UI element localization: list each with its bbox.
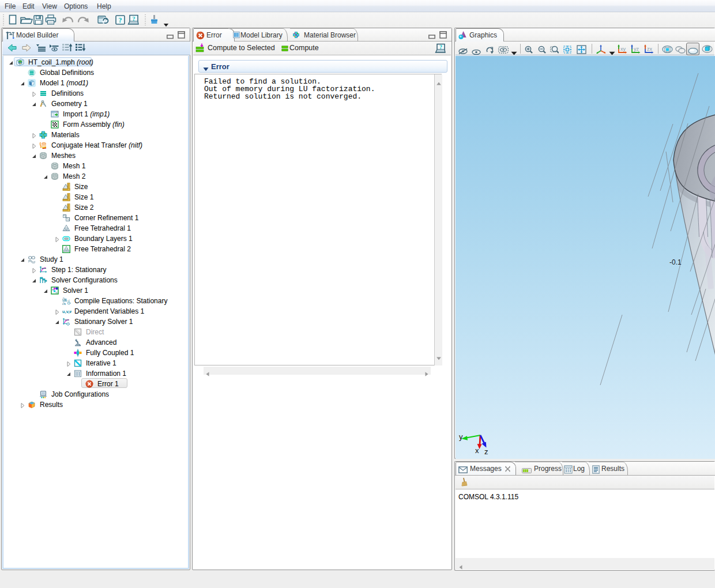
- svg-text:zx: zx: [647, 46, 653, 52]
- svg-text:yz: yz: [634, 46, 639, 52]
- svg-text:∂t: ∂t: [62, 301, 66, 306]
- svg-text:xy: xy: [620, 46, 626, 52]
- svg-text:?: ?: [133, 16, 136, 22]
- svg-text:-0.1: -0.1: [669, 258, 682, 266]
- svg-text:x: x: [475, 446, 479, 455]
- svg-text:?: ?: [119, 16, 122, 24]
- svg-text:z: z: [484, 447, 488, 456]
- svg-text:y: y: [459, 432, 463, 441]
- svg-text:u,v,w: u,v,w: [62, 309, 72, 314]
- svg-text:?: ?: [439, 44, 442, 50]
